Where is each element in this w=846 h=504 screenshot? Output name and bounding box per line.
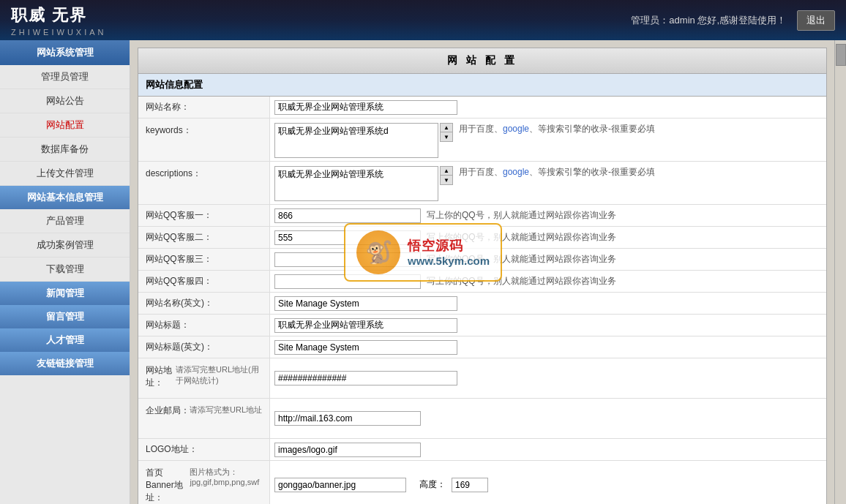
logo-title: 职威 无界	[11, 4, 107, 26]
admin-info: 管理员：admin 您好,感谢登陆使用！	[631, 14, 786, 27]
label-banner: 首页Banner地址：图片格式为：jpg,gif,bmp,png,swf	[138, 461, 270, 504]
sidebar-message-header: 留言管理	[0, 305, 130, 328]
logout-button[interactable]: 退出	[797, 10, 835, 31]
logo-text: 职威 无界 ZHIWEIWUXIAN	[11, 4, 107, 37]
label-email: 企业邮局：请添写完整URL地址	[138, 399, 270, 438]
sidebar: 网站系统管理 管理员管理 网站公告 网站配置 数据库备份 上传文件管理 网站基本…	[0, 40, 130, 504]
textarea-wrapper-descriptions: 职威无界企业网站管理系统 ▲ ▼	[274, 166, 453, 201]
textarea-descriptions[interactable]: 职威无界企业网站管理系统	[274, 166, 438, 201]
label-qq2: 网站QQ客服二：	[138, 227, 270, 248]
textarea-wrapper-keywords: 职威无界企业网站管理系统d ▲ ▼	[274, 123, 453, 158]
value-sitetitle-en	[270, 336, 826, 358]
value-qq2: 写上你的QQ号，别人就能通过网站跟你咨询业务	[270, 227, 826, 248]
header: 职威 无界 ZHIWEIWUXIAN 管理员：admin 您好,感谢登陆使用！ …	[0, 0, 846, 40]
config-panel: 网 站 配 置 网站信息配置 网站名称： keywords： 职威无界企业网站管…	[138, 48, 827, 504]
input-qq1[interactable]	[274, 208, 421, 223]
label-banner-sub: 图片格式为：jpg,gif,bmp,png,swf	[190, 467, 262, 486]
input-banner[interactable]	[274, 478, 406, 492]
content-area: 网 站 配 置 网站信息配置 网站名称： keywords： 职威无界企业网站管…	[130, 40, 834, 504]
hint-qq4: 写上你的QQ号，别人就能通过网站跟你咨询业务	[427, 275, 616, 287]
form-row-email: 企业邮局：请添写完整URL地址	[138, 399, 826, 439]
label-qq3: 网站QQ客服三：	[138, 249, 270, 270]
sidebar-item-downloads[interactable]: 下载管理	[0, 257, 130, 282]
input-siteurl[interactable]	[274, 371, 457, 385]
hint-qq2: 写上你的QQ号，别人就能通过网站跟你咨询业务	[427, 231, 616, 244]
logo-area: 职威 无界 ZHIWEIWUXIAN	[11, 4, 107, 37]
form-row-sitetitle-en: 网站标题(英文)：	[138, 336, 826, 358]
input-logo[interactable]	[274, 443, 421, 457]
value-qq1: 写上你的QQ号，别人就能通过网站跟你咨询业务	[270, 205, 826, 226]
form-row-sitename-en: 网站名称(英文)：	[138, 293, 826, 315]
input-qq4[interactable]	[274, 274, 421, 289]
value-keywords: 职威无界企业网站管理系统d ▲ ▼ 用于百度、google、等搜索引擎的收录-很…	[270, 119, 826, 161]
sidebar-item-upload[interactable]: 上传文件管理	[0, 162, 130, 186]
scroll-up-descriptions[interactable]: ▲	[441, 167, 452, 176]
form-row-keywords: keywords： 职威无界企业网站管理系统d ▲ ▼ 用于百度、google、…	[138, 119, 826, 162]
label-sitetitle-en: 网站标题(英文)：	[138, 336, 270, 358]
label-qq4: 网站QQ客服四：	[138, 271, 270, 292]
value-sitetitle	[270, 315, 826, 336]
sidebar-item-products[interactable]: 产品管理	[0, 209, 130, 233]
value-banner: 高度：	[270, 461, 826, 504]
form-row-descriptions: descriptions： 职威无界企业网站管理系统 ▲ ▼ 用于百度、goog…	[138, 162, 826, 205]
scroll-arrows-descriptions: ▲ ▼	[440, 166, 453, 185]
sidebar-friend-header: 友链链接管理	[0, 352, 130, 375]
header-right: 管理员：admin 您好,感谢登陆使用！ 退出	[631, 10, 835, 31]
sidebar-item-db[interactable]: 数据库备份	[0, 138, 130, 162]
form-row-qq4: 网站QQ客服四： 写上你的QQ号，别人就能通过网站跟你咨询业务	[138, 271, 826, 293]
label-logo: LOGO地址：	[138, 439, 270, 460]
scroll-down-keywords[interactable]: ▼	[441, 132, 452, 141]
sidebar-item-admin[interactable]: 管理员管理	[0, 65, 130, 89]
sidebar-item-cases[interactable]: 成功案例管理	[0, 233, 130, 257]
label-siteurl: 网站地址：请添写完整URL地址(用于网站统计)	[138, 358, 270, 398]
label-sitename: 网站名称：	[138, 97, 270, 118]
input-sitename[interactable]	[274, 100, 457, 115]
input-qq3[interactable]	[274, 252, 421, 267]
value-sitename-en	[270, 293, 826, 314]
value-qq3: 写上你的QQ号，别人就能通过网站跟你咨询业务	[270, 249, 826, 270]
label-email-sub: 请添写完整URL地址	[190, 405, 262, 415]
logo-subtitle: ZHIWEIWUXIAN	[11, 28, 107, 37]
config-title: 网 站 配 置	[138, 48, 826, 74]
form-row-qq1: 网站QQ客服一： 写上你的QQ号，别人就能通过网站跟你咨询业务	[138, 205, 826, 227]
hint-qq1: 写上你的QQ号，别人就能通过网站跟你咨询业务	[427, 209, 616, 222]
sidebar-news-header: 新闻管理	[0, 282, 130, 305]
value-sitename	[270, 97, 826, 118]
hint-descriptions: 用于百度、google、等搜索引擎的收录-很重要必填	[459, 166, 655, 178]
sidebar-talent-header: 人才管理	[0, 328, 130, 352]
sidebar-item-config[interactable]: 网站配置	[0, 113, 130, 138]
sidebar-item-notice[interactable]: 网站公告	[0, 89, 130, 113]
scroll-down-descriptions[interactable]: ▼	[441, 176, 452, 184]
label-siteurl-sub: 请添写完整URL地址(用于网站统计)	[176, 364, 262, 386]
textarea-keywords[interactable]: 职威无界企业网站管理系统d	[274, 123, 438, 158]
input-sitename-en[interactable]	[274, 296, 457, 311]
form-row-sitename: 网站名称：	[138, 97, 826, 119]
scrollbar[interactable]	[834, 40, 846, 504]
input-qq2[interactable]	[274, 230, 421, 245]
scroll-arrows-keywords: ▲ ▼	[440, 123, 453, 142]
input-sitetitle[interactable]	[274, 318, 457, 333]
form-row-banner: 首页Banner地址：图片格式为：jpg,gif,bmp,png,swf 高度：	[138, 461, 826, 504]
form-row-qq3: 网站QQ客服三： 写上你的QQ号，别人就能通过网站跟你咨询业务	[138, 249, 826, 271]
input-banner-height[interactable]	[452, 478, 488, 492]
value-logo	[270, 439, 826, 460]
input-email[interactable]	[274, 411, 421, 426]
form-row-qq2: 网站QQ客服二： 写上你的QQ号，别人就能通过网站跟你咨询业务	[138, 227, 826, 249]
form-row-sitetitle: 网站标题：	[138, 315, 826, 336]
sidebar-system-header: 网站系统管理	[0, 40, 130, 65]
hint-qq3: 写上你的QQ号，别人就能通过网站跟你咨询业务	[427, 253, 616, 266]
label-sitename-en: 网站名称(英文)：	[138, 293, 270, 314]
form-row-logo: LOGO地址：	[138, 439, 826, 461]
label-qq1: 网站QQ客服一：	[138, 205, 270, 226]
form-section-header: 网站信息配置	[138, 74, 826, 97]
label-keywords: keywords：	[138, 119, 270, 161]
main-layout: 网站系统管理 管理员管理 网站公告 网站配置 数据库备份 上传文件管理 网站基本…	[0, 40, 846, 504]
hint-keywords: 用于百度、google、等搜索引擎的收录-很重要必填	[459, 123, 655, 135]
value-email	[270, 399, 826, 438]
scrollbar-thumb[interactable]	[836, 44, 846, 66]
input-sitetitle-en[interactable]	[274, 340, 457, 355]
label-descriptions: descriptions：	[138, 162, 270, 204]
value-descriptions: 职威无界企业网站管理系统 ▲ ▼ 用于百度、google、等搜索引擎的收录-很重…	[270, 162, 826, 204]
scroll-up-keywords[interactable]: ▲	[441, 124, 452, 132]
height-label: 高度：	[419, 478, 446, 491]
